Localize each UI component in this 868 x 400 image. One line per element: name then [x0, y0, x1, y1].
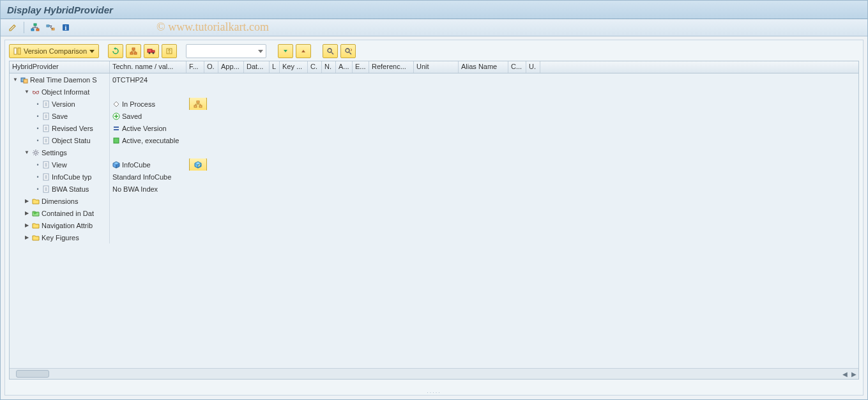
find-next-button[interactable] — [340, 44, 356, 58]
tree-row[interactable]: •SaveSaved — [10, 110, 858, 122]
column-header-ref[interactable]: Referenc... — [369, 61, 414, 73]
tree-row[interactable]: •InfoCube typStandard InfoCube — [10, 171, 858, 183]
column-header-f[interactable]: F... — [187, 61, 204, 73]
status-chip[interactable] — [189, 98, 207, 110]
tree-node-label: Save — [52, 112, 68, 120]
column-header-unit[interactable]: Unit — [414, 61, 459, 73]
horizontal-scrollbar[interactable]: ◀ ▶ — [10, 368, 858, 379]
tech-value-cell: Active Version — [110, 122, 187, 134]
export-button[interactable] — [162, 44, 177, 58]
svg-rect-9 — [132, 48, 135, 50]
tech-value-cell — [110, 195, 187, 207]
flow-button[interactable] — [45, 22, 56, 33]
bullet-icon: • — [35, 125, 40, 132]
tree-row[interactable]: ▼Object Informat — [10, 86, 858, 98]
tree-row[interactable]: ▶Key Figures — [10, 231, 858, 243]
tree-row[interactable]: ▼Settings — [10, 146, 858, 158]
tree-row[interactable]: •ViewInfoCube — [10, 158, 858, 171]
column-header-o[interactable]: O. — [204, 61, 218, 73]
sort-up-button[interactable] — [296, 44, 311, 58]
tree-node-label-cell: •Version — [10, 98, 110, 110]
collapse-icon[interactable]: ▼ — [24, 150, 30, 156]
inner-toolbar: Version Comparison — [9, 44, 859, 58]
column-header-key[interactable]: Key ... — [280, 61, 308, 73]
column-header-dat[interactable]: Dat... — [244, 61, 270, 73]
column-header-u[interactable]: U. — [526, 61, 540, 73]
column-header-e[interactable]: E... — [353, 61, 369, 73]
tree-grid[interactable]: ▼Real Time Daemon S0TCTHP24▼Object Infor… — [9, 73, 859, 380]
action-cell — [187, 158, 212, 171]
tree-row[interactable]: •Revised VersActive Version — [10, 122, 858, 134]
collapse-icon[interactable]: ▼ — [24, 89, 30, 95]
tech-value: InfoCube — [122, 161, 151, 169]
find-button[interactable] — [323, 44, 338, 58]
action-cell — [187, 110, 212, 122]
column-header-alias[interactable]: Alias Name — [459, 61, 508, 73]
svg-point-17 — [328, 49, 331, 52]
hierarchy-button[interactable] — [29, 22, 41, 33]
tree-node-label: Object Statu — [52, 137, 91, 144]
svg-rect-11 — [134, 52, 137, 54]
scrollbar-thumb[interactable] — [16, 370, 49, 378]
pencil-icon — [8, 23, 17, 32]
column-header-a[interactable]: A... — [336, 61, 353, 73]
collapse-icon[interactable]: ▼ — [12, 77, 19, 83]
tree-row[interactable]: •Object StatuActive, executable — [10, 134, 858, 146]
resize-handle[interactable]: ····· — [427, 389, 441, 396]
column-header-c2[interactable]: C... — [508, 61, 526, 73]
column-header-c[interactable]: C. — [308, 61, 322, 73]
scroll-right-button[interactable]: ▶ — [849, 369, 858, 378]
scroll-left-button[interactable]: ◀ — [841, 369, 849, 378]
tech-value: Active, executable — [122, 137, 179, 144]
column-header-row: HybridProviderTechn. name / val...F...O.… — [9, 61, 859, 73]
bullet-icon: • — [35, 101, 40, 107]
folder-icon — [32, 234, 40, 242]
column-header-l[interactable]: L — [270, 61, 280, 73]
hierarchy-small-button[interactable] — [126, 44, 141, 58]
flow-icon — [46, 23, 55, 32]
chevron-down-icon — [258, 50, 263, 53]
tree-row[interactable]: •BWA StatusNo BWA Index — [10, 183, 858, 195]
bullet-icon: • — [35, 174, 40, 180]
tree-row[interactable]: •VersionIn Process — [10, 98, 858, 110]
column-header-app[interactable]: App... — [218, 61, 244, 73]
svg-rect-0 — [34, 24, 36, 26]
action-cell — [187, 73, 212, 86]
expand-icon[interactable]: ▶ — [24, 210, 30, 217]
filter-dropdown[interactable] — [186, 44, 266, 58]
tree-node-label-cell: •BWA Status — [10, 183, 110, 195]
tree-row[interactable]: ▶Dimensions — [10, 195, 858, 207]
expand-icon[interactable]: ▶ — [24, 198, 30, 204]
version-comparison-button[interactable]: Version Comparison — [9, 44, 99, 58]
edit-button[interactable] — [7, 22, 19, 33]
document-icon — [42, 137, 50, 144]
svg-text:i: i — [65, 24, 67, 31]
tree-node-label: Navigation Attrib — [42, 222, 93, 229]
column-header-n[interactable]: N. — [322, 61, 336, 73]
document-icon — [42, 185, 50, 193]
tree-node-label: Version — [52, 100, 75, 108]
tree-row[interactable]: ▶Contained in Dat — [10, 207, 858, 219]
tree-node-label: Real Time Daemon S — [30, 76, 97, 84]
tree-row[interactable]: ▼Real Time Daemon S0TCTHP24 — [10, 73, 858, 86]
refresh-button[interactable] — [108, 44, 123, 58]
svg-point-34 — [34, 151, 37, 154]
info-button[interactable]: i — [60, 22, 72, 33]
provider-icon — [20, 76, 28, 84]
tree-row[interactable]: ▶Navigation Attrib — [10, 219, 858, 231]
action-cell — [187, 207, 212, 219]
expand-icon[interactable]: ▶ — [24, 222, 30, 229]
tree-node-label-cell: •Save — [10, 110, 110, 122]
tech-value: Standard InfoCube — [112, 173, 171, 181]
column-header-tech[interactable]: Techn. name / val... — [110, 61, 187, 73]
tree-node-label-cell: •Revised Vers — [10, 122, 110, 134]
main-toolbar: i © www.tutorialkart.com — [1, 19, 867, 36]
svg-rect-26 — [199, 105, 202, 107]
sort-down-button[interactable] — [278, 44, 293, 58]
equals-icon — [112, 125, 120, 132]
tree-node-label-cell: •View — [10, 158, 110, 171]
column-header-name[interactable]: HybridProvider — [10, 61, 110, 73]
expand-icon[interactable]: ▶ — [24, 235, 30, 241]
cube-chip[interactable] — [189, 158, 207, 171]
transport-button[interactable] — [144, 44, 159, 58]
